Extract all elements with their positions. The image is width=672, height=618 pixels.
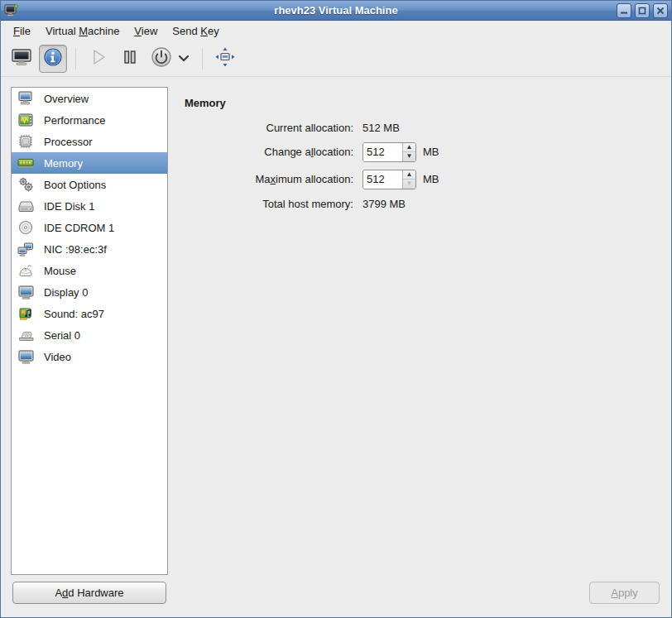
- sidebar-item-label: IDE Disk 1: [44, 200, 94, 213]
- change-allocation-spin-down[interactable]: ▼: [403, 152, 415, 161]
- sidebar-item-memory[interactable]: Memory: [12, 152, 167, 174]
- details-info-icon: [43, 47, 63, 69]
- mouse-icon: [17, 262, 34, 279]
- change-allocation-row: Change allocation: ▲ ▼ MB: [185, 138, 660, 165]
- display-icon: [17, 284, 34, 300]
- menu-virtual-machine[interactable]: Virtual Machine: [38, 22, 127, 40]
- run-icon: [89, 48, 108, 69]
- change-allocation-spinbox: ▲ ▼: [362, 142, 416, 162]
- menu-send-key[interactable]: Send Key: [165, 22, 226, 40]
- sound-icon: [17, 305, 34, 322]
- sidebar-item-label: Sound: ac97: [44, 308, 104, 320]
- shutdown-button[interactable]: [147, 45, 175, 73]
- toolbar: [1, 41, 671, 77]
- sidebar-item-label: Video: [44, 351, 71, 363]
- sidebar-item-serial-0[interactable]: Serial 0: [12, 324, 167, 346]
- pause-button[interactable]: [116, 45, 144, 73]
- performance-icon: [17, 112, 34, 128]
- sidebar-item-label: Boot Options: [44, 179, 106, 191]
- network-icon: [17, 241, 34, 257]
- virtual-machine-window: rhevh23 Virtual Machine File Virtual Mac…: [0, 0, 672, 618]
- hardware-list: Overview Performance: [11, 87, 168, 575]
- window-title: rhevh23 Virtual Machine: [1, 4, 671, 17]
- maximum-allocation-label: Maximum allocation:: [185, 173, 362, 185]
- maximum-allocation-spin-up[interactable]: ▲: [403, 170, 415, 180]
- sidebar-item-label: Performance: [44, 114, 105, 127]
- add-hardware-button[interactable]: Add Hardware: [12, 582, 166, 604]
- maximum-allocation-row: Maximum allocation: ▲ ▼ MB: [185, 165, 660, 193]
- sidebar-item-label: IDE CDROM 1: [44, 222, 114, 234]
- toolbar-separator: [202, 48, 203, 69]
- sidebar-item-label: Processor: [44, 136, 93, 148]
- sidebar-item-overview[interactable]: Overview: [12, 88, 167, 109]
- sidebar-item-ide-cdrom-1[interactable]: IDE CDROM 1: [12, 217, 167, 238]
- pause-icon: [122, 49, 138, 68]
- menubar: File Virtual Machine View Send Key: [1, 21, 671, 41]
- maximum-allocation-spin-down[interactable]: ▼: [403, 180, 415, 189]
- boot-gears-icon: [17, 176, 34, 193]
- total-host-memory-label: Total host memory:: [185, 198, 362, 210]
- current-allocation-value: 512 MB: [362, 122, 400, 134]
- sidebar-item-ide-disk-1[interactable]: IDE Disk 1: [12, 195, 167, 217]
- sidebar-item-processor[interactable]: Processor: [12, 131, 167, 152]
- maximum-allocation-unit: MB: [423, 173, 439, 185]
- console-icon: [11, 48, 32, 69]
- menu-file[interactable]: File: [6, 22, 38, 40]
- total-host-memory-value: 3799 MB: [362, 198, 406, 210]
- shutdown-icon: [151, 46, 172, 70]
- change-allocation-unit: MB: [423, 146, 439, 158]
- maximum-allocation-spinbox: ▲ ▼: [362, 170, 416, 189]
- video-icon: [17, 348, 34, 365]
- sidebar-item-video[interactable]: Video: [12, 346, 167, 367]
- disk-icon: [17, 198, 34, 214]
- minimize-button[interactable]: [617, 3, 631, 18]
- fullscreen-icon: [214, 46, 236, 70]
- total-host-memory-row: Total host memory: 3799 MB: [185, 193, 660, 214]
- shutdown-menu-button[interactable]: [174, 45, 194, 73]
- sidebar-item-label: Memory: [44, 157, 83, 170]
- fullscreen-button[interactable]: [211, 45, 239, 73]
- sidebar-item-sound[interactable]: Sound: ac97: [12, 303, 167, 324]
- maximum-allocation-input[interactable]: [363, 170, 402, 189]
- current-allocation-label: Current allocation:: [185, 122, 362, 134]
- sidebar-item-label: Serial 0: [44, 329, 80, 342]
- sidebar-item-mouse[interactable]: Mouse: [12, 260, 167, 281]
- processor-icon: [17, 133, 34, 150]
- details-button[interactable]: [39, 45, 67, 73]
- sidebar-item-boot-options[interactable]: Boot Options: [12, 174, 167, 195]
- cdrom-icon: [17, 219, 34, 236]
- close-button[interactable]: [653, 3, 668, 18]
- sidebar-item-nic[interactable]: NIC :98:ec:3f: [12, 238, 167, 260]
- sidebar-item-label: NIC :98:ec:3f: [44, 243, 107, 256]
- shutdown-menu-chevron-icon: [178, 52, 190, 65]
- sidebar-item-label: Mouse: [44, 265, 76, 277]
- change-allocation-label: Change allocation:: [185, 146, 362, 158]
- panel-heading: Memory: [185, 97, 660, 109]
- sidebar-item-performance[interactable]: Performance: [12, 109, 167, 131]
- sidebar-item-display-0[interactable]: Display 0: [12, 281, 167, 303]
- current-allocation-row: Current allocation: 512 MB: [185, 117, 660, 138]
- apply-button[interactable]: Apply: [589, 582, 660, 604]
- change-allocation-input[interactable]: [363, 143, 402, 161]
- maximize-button[interactable]: [635, 3, 650, 18]
- toolbar-separator: [75, 48, 76, 69]
- sidebar-item-label: Display 0: [44, 286, 88, 299]
- computer-icon: [17, 90, 34, 107]
- serial-icon: [17, 327, 34, 343]
- menu-view[interactable]: View: [127, 22, 165, 40]
- console-button[interactable]: [7, 45, 36, 73]
- memory-icon: [17, 155, 34, 171]
- app-window-icon: [4, 3, 21, 18]
- titlebar[interactable]: rhevh23 Virtual Machine: [1, 1, 671, 21]
- change-allocation-spin-up[interactable]: ▲: [403, 143, 415, 153]
- run-button[interactable]: [84, 45, 113, 73]
- sidebar-item-label: Overview: [44, 93, 89, 105]
- content-area: Overview Performance: [1, 77, 671, 617]
- memory-panel: Memory Current allocation: 512 MB Change…: [185, 87, 660, 214]
